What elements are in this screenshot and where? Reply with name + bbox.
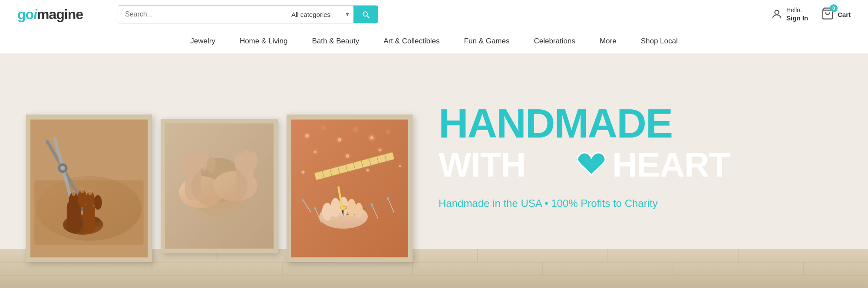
sign-in-label: Sign In — [786, 14, 808, 23]
svg-point-62 — [306, 134, 309, 137]
main-nav: Jewelry Home & Living Bath & Beauty Art … — [0, 29, 868, 54]
search-bar: All categories Jewelry Home & Living Bat… — [118, 5, 378, 23]
hero-image-3 — [287, 115, 413, 262]
svg-point-71 — [399, 165, 402, 167]
svg-point-66 — [346, 154, 349, 157]
cart-icon-wrap: 0 — [821, 7, 834, 22]
svg-point-50 — [248, 152, 257, 170]
hero-banner: .t1 { font-family: 'Arial Black', Impact… — [0, 54, 868, 288]
svg-point-68 — [301, 171, 304, 174]
category-wrapper: All categories Jewelry Home & Living Bat… — [286, 6, 353, 23]
sign-in-button[interactable]: Hello. Sign In — [771, 6, 808, 23]
svg-text:HEART: HEART — [612, 145, 730, 184]
svg-point-32 — [94, 195, 102, 210]
header-right: Hello. Sign In 0 Cart — [771, 6, 851, 23]
svg-point-89 — [387, 197, 389, 200]
nav-item-more[interactable]: More — [587, 29, 629, 53]
search-input[interactable] — [118, 6, 286, 23]
header: goimagine All categories Jewelry Home & … — [0, 0, 868, 29]
logo-i: i — [33, 7, 37, 22]
svg-point-54 — [321, 125, 326, 130]
hello-text: Hello. — [786, 6, 808, 14]
svg-point-33 — [72, 190, 76, 196]
hero-image-1 — [26, 115, 152, 262]
svg-point-56 — [353, 127, 358, 132]
craft-hands-3 — [291, 119, 408, 258]
category-select[interactable]: All categories Jewelry Home & Living Bat… — [286, 7, 353, 23]
svg-point-35 — [88, 190, 92, 195]
svg-rect-52 — [291, 120, 408, 257]
svg-point-87 — [370, 203, 373, 206]
svg-text:Handmade in the USA • 100% Pro: Handmade in the USA • 100% Profits to Ch… — [439, 197, 658, 209]
sign-in-text: Hello. Sign In — [786, 6, 808, 23]
svg-point-65 — [314, 151, 317, 153]
hero-title: .t1 { font-family: 'Arial Black', Impact… — [439, 94, 834, 248]
svg-point-0 — [775, 10, 779, 14]
svg-point-34 — [80, 187, 84, 193]
svg-point-63 — [338, 138, 341, 141]
hero-images — [0, 54, 421, 288]
svg-point-51 — [191, 164, 248, 208]
logo-magine: magine — [37, 7, 83, 22]
nav-item-home-living[interactable]: Home & Living — [228, 29, 300, 53]
svg-point-70 — [366, 168, 369, 171]
cart-label: Cart — [838, 11, 851, 18]
logo[interactable]: goimagine — [17, 7, 83, 23]
svg-point-97 — [347, 199, 356, 216]
cart-count-badge: 0 — [830, 4, 838, 12]
search-button[interactable] — [353, 6, 378, 23]
logo-go: go — [17, 7, 33, 22]
svg-point-85 — [314, 207, 317, 210]
hero-title-svg: .t1 { font-family: 'Arial Black', Impact… — [439, 94, 743, 246]
nav-item-bath-beauty[interactable]: Bath & Beauty — [300, 29, 371, 53]
svg-point-58 — [386, 129, 390, 134]
svg-point-67 — [379, 149, 381, 151]
cart-button[interactable]: 0 Cart — [821, 7, 851, 22]
nav-item-shop-local[interactable]: Shop Local — [629, 29, 690, 53]
user-icon — [771, 8, 783, 20]
svg-point-64 — [370, 136, 373, 139]
hero-image-2 — [161, 119, 278, 253]
svg-point-98 — [355, 203, 363, 218]
nav-item-fun-games[interactable]: Fun & Games — [452, 29, 522, 53]
nav-item-art-collectibles[interactable]: Art & Collectibles — [371, 29, 452, 53]
svg-point-83 — [302, 199, 304, 202]
svg-text:HANDMADE: HANDMADE — [439, 100, 672, 146]
craft-hands-2 — [165, 123, 274, 249]
svg-text:WITH: WITH — [439, 145, 525, 184]
nav-item-celebrations[interactable]: Celebrations — [521, 29, 587, 53]
hero-text-area: .t1 { font-family: 'Arial Black', Impact… — [421, 54, 868, 288]
svg-rect-28 — [83, 204, 95, 233]
nav-item-jewelry[interactable]: Jewelry — [178, 29, 228, 53]
search-icon — [361, 10, 370, 19]
craft-hands-1 — [30, 119, 148, 258]
